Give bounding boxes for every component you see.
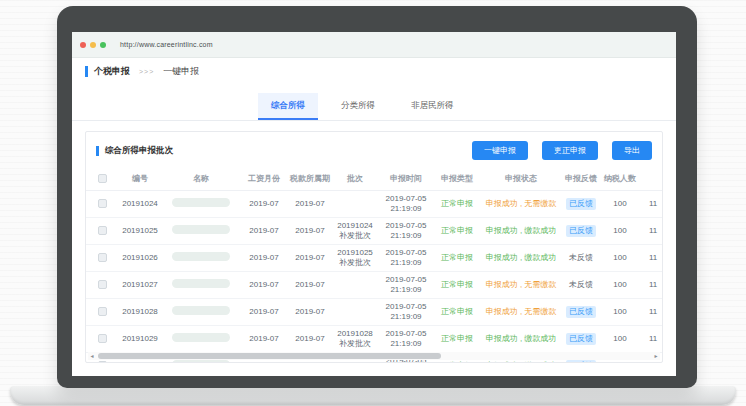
close-window-icon[interactable] (80, 42, 86, 48)
table-row: 20191025 2019-07 2019-07 20191024 补发批次 2… (86, 218, 662, 245)
horizontal-scrollbar[interactable]: ◂ ▸ (88, 352, 660, 360)
feedback-badge: 未反馈 (566, 252, 596, 264)
declare-batch-panel: 综合所得申报批次 一键申报 更正申报 导出 (85, 131, 663, 363)
cell-declare-status: 申报成功 , 无需缴款 (480, 299, 562, 326)
header-taxpayer-count: 纳税人数 (600, 167, 640, 191)
cell-declare-type: 正常申报 (434, 245, 480, 272)
cell-tax-period: 2019-07 (288, 326, 332, 353)
cell-batch: 20191024 补发批次 (332, 218, 378, 245)
breadcrumb-accent-bar (85, 66, 88, 77)
cell-batch-id: 20191024 (118, 191, 162, 218)
name-redacted-placeholder (172, 360, 230, 363)
cell-batch: 20191025 补发批次 (332, 245, 378, 272)
cell-declare-time: 2019-07-05 21:19:09 (378, 299, 434, 326)
cell-salary-month: 2019-07 (240, 272, 288, 299)
cell-declare-time: 2019-07-05 21:19:09 (378, 218, 434, 245)
row-checkbox[interactable] (98, 280, 107, 289)
tab-nonresident-income[interactable]: 非居民所得 (398, 93, 467, 120)
feedback-badge: 已反馈 (566, 306, 596, 318)
table-row: 20191027 2019-07 2019-07 2019-07-05 21:1… (86, 272, 662, 299)
cell-salary-month: 2019-07 (240, 191, 288, 218)
page-content: 个税申报 >>> 一键申报 综合所得 分类所得 非居民所得 综合所得申报批次 (72, 58, 676, 376)
tab-comprehensive-income[interactable]: 综合所得 (258, 93, 318, 120)
header-batch: 批次 (332, 167, 378, 191)
cell-declare-status: 申报成功 , 缴款成功 (480, 245, 562, 272)
laptop-base (10, 386, 736, 405)
feedback-badge: 已反馈 (566, 360, 596, 363)
url-text[interactable]: http://www.careerintlinc.com (120, 41, 213, 48)
panel-title: 综合所得申报批次 (105, 145, 173, 157)
row-checkbox[interactable] (98, 226, 107, 235)
cell-declare-status: 申报成功 , 缴款成功 (480, 218, 562, 245)
header-name: 名称 (162, 167, 240, 191)
cell-batch-id: 20191025 (118, 218, 162, 245)
cell-batch-id: 20191027 (118, 272, 162, 299)
breadcrumb: 个税申报 >>> 一键申报 (72, 58, 676, 78)
panel-title-accent-bar (96, 146, 99, 156)
header-id: 编号 (118, 167, 162, 191)
name-redacted-placeholder (172, 252, 230, 261)
cell-declare-time: 2019-07-05 21:19:09 (378, 272, 434, 299)
cell-declare-type: 正常申报 (434, 326, 480, 353)
cell-batch (332, 299, 378, 326)
cell-declare-status: 申报成功 , 无需缴款 (480, 272, 562, 299)
row-checkbox[interactable] (98, 334, 107, 343)
header-declare-time: 申报时间 (378, 167, 434, 191)
cell-salary-month: 2019-07 (240, 326, 288, 353)
correct-declare-button[interactable]: 更正申报 (542, 141, 598, 160)
row-checkbox[interactable] (98, 307, 107, 316)
cell-batch (332, 191, 378, 218)
breadcrumb-current: 一键申报 (163, 65, 199, 78)
breadcrumb-section[interactable]: 个税申报 (94, 65, 130, 78)
minimize-window-icon[interactable] (90, 42, 96, 48)
browser-titlebar: http://www.careerintlinc.com (72, 32, 676, 58)
row-checkbox[interactable] (98, 199, 107, 208)
cell-taxpayer-count: 100 (600, 299, 640, 326)
table-row: 20191028 2019-07 2019-07 2019-07-05 21:1… (86, 299, 662, 326)
feedback-badge: 未反馈 (566, 279, 596, 291)
cell-declare-status: 申报成功 , 无需缴款 (480, 191, 562, 218)
feedback-badge: 已反馈 (566, 198, 596, 210)
cell-tax-period: 2019-07 (288, 245, 332, 272)
laptop-bezel: http://www.careerintlinc.com 个税申报 >>> 一键… (57, 6, 697, 388)
cell-tax-period: 2019-07 (288, 272, 332, 299)
cell-batch-id: 20191028 (118, 299, 162, 326)
row-checkbox[interactable] (98, 253, 107, 262)
cell-clipped-amount: 11 (640, 245, 662, 272)
batch-table: 编号 名称 工资月份 税款所属期 批次 申报时间 申报类型 申报状态 申报反馈 (86, 167, 662, 363)
cell-salary-month: 2019-07 (240, 245, 288, 272)
zoom-window-icon[interactable] (100, 42, 106, 48)
cell-batch-id: 20191029 (118, 326, 162, 353)
scroll-left-arrow-icon[interactable]: ◂ (88, 352, 96, 360)
cell-tax-period: 2019-07 (288, 191, 332, 218)
select-all-checkbox[interactable] (98, 174, 107, 183)
cell-taxpayer-count: 100 (600, 272, 640, 299)
name-redacted-placeholder (172, 198, 230, 207)
name-redacted-placeholder (172, 279, 230, 288)
header-declare-status: 申报状态 (480, 167, 562, 191)
tab-classified-income[interactable]: 分类所得 (328, 93, 388, 120)
export-button[interactable]: 导出 (612, 141, 652, 160)
scrollbar-thumb[interactable] (98, 353, 441, 359)
header-clipped (640, 167, 662, 191)
table-row: 20191029 2019-07 2019-07 20191028 补发批次 2… (86, 326, 662, 353)
cell-declare-type: 正常申报 (434, 299, 480, 326)
header-declare-type: 申报类型 (434, 167, 480, 191)
cell-taxpayer-count: 100 (600, 326, 640, 353)
table-header-row: 编号 名称 工资月份 税款所属期 批次 申报时间 申报类型 申报状态 申报反馈 (86, 167, 662, 191)
row-checkbox[interactable] (98, 361, 107, 363)
cell-clipped-amount: 11 (640, 191, 662, 218)
cell-batch-id: 20191026 (118, 245, 162, 272)
cell-declare-time: 2019-07-05 21:19:09 (378, 326, 434, 353)
panel-header: 综合所得申报批次 一键申报 更正申报 导出 (86, 132, 662, 167)
scroll-right-arrow-icon[interactable]: ▸ (652, 352, 660, 360)
batch-table-container: 编号 名称 工资月份 税款所属期 批次 申报时间 申报类型 申报状态 申报反馈 (86, 167, 662, 363)
cell-clipped-amount: 11 (640, 326, 662, 353)
cell-declare-type: 正常申报 (434, 272, 480, 299)
tab-bar: 综合所得 分类所得 非居民所得 (72, 93, 676, 121)
cell-clipped-amount: 11 (640, 218, 662, 245)
cell-taxpayer-count: 100 (600, 245, 640, 272)
cell-taxpayer-count: 100 (600, 191, 640, 218)
one-click-declare-button[interactable]: 一键申报 (472, 141, 528, 160)
cell-declare-time: 2019-07-05 21:19:09 (378, 245, 434, 272)
